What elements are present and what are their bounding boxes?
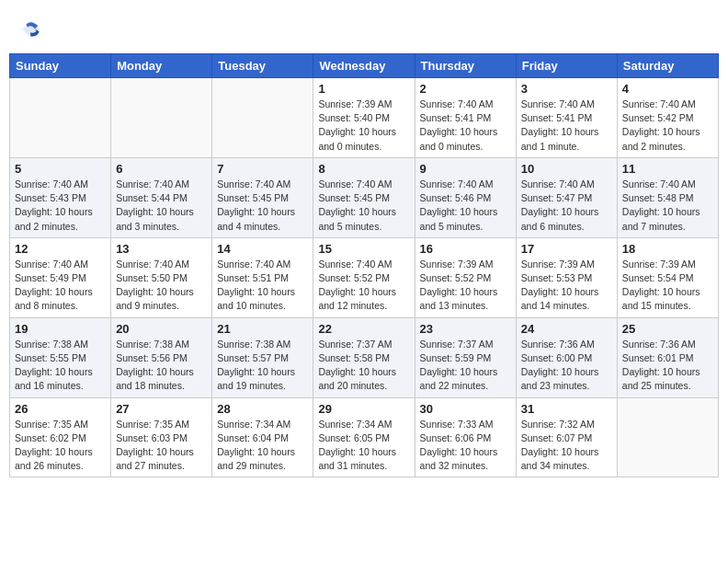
calendar-week-4: 19Sunrise: 7:38 AM Sunset: 5:55 PM Dayli… [10,317,719,397]
day-info: Sunrise: 7:40 AM Sunset: 5:49 PM Dayligh… [15,258,106,314]
day-number: 20 [116,322,207,336]
calendar-cell: 28Sunrise: 7:34 AM Sunset: 6:04 PM Dayli… [212,397,313,477]
calendar-cell: 13Sunrise: 7:40 AM Sunset: 5:50 PM Dayli… [111,237,212,317]
day-number: 24 [521,322,612,336]
day-number: 12 [15,242,106,256]
day-info: Sunrise: 7:33 AM Sunset: 6:06 PM Dayligh… [420,418,511,474]
calendar-week-5: 26Sunrise: 7:35 AM Sunset: 6:02 PM Dayli… [10,397,719,477]
calendar-cell: 2Sunrise: 7:40 AM Sunset: 5:41 PM Daylig… [415,78,516,158]
calendar-cell: 25Sunrise: 7:36 AM Sunset: 6:01 PM Dayli… [617,317,718,397]
day-info: Sunrise: 7:37 AM Sunset: 5:59 PM Dayligh… [420,338,511,394]
calendar-cell: 12Sunrise: 7:40 AM Sunset: 5:49 PM Dayli… [10,237,111,317]
calendar-cell [212,78,313,158]
logo [18,18,42,44]
calendar-cell: 26Sunrise: 7:35 AM Sunset: 6:02 PM Dayli… [10,397,111,477]
day-number: 18 [622,242,713,256]
calendar-week-2: 5Sunrise: 7:40 AM Sunset: 5:43 PM Daylig… [10,157,719,237]
calendar-cell: 4Sunrise: 7:40 AM Sunset: 5:42 PM Daylig… [617,78,718,158]
calendar-cell [10,78,111,158]
calendar-cell: 21Sunrise: 7:38 AM Sunset: 5:57 PM Dayli… [212,317,313,397]
day-number: 29 [318,402,409,416]
day-number: 23 [420,322,511,336]
calendar-cell: 10Sunrise: 7:40 AM Sunset: 5:47 PM Dayli… [516,157,617,237]
day-info: Sunrise: 7:37 AM Sunset: 5:58 PM Dayligh… [318,338,409,394]
day-number: 6 [116,162,207,176]
calendar-cell: 7Sunrise: 7:40 AM Sunset: 5:45 PM Daylig… [212,157,313,237]
day-number: 25 [622,322,713,336]
day-number: 15 [318,242,409,256]
day-number: 13 [116,242,207,256]
calendar-cell: 24Sunrise: 7:36 AM Sunset: 6:00 PM Dayli… [516,317,617,397]
day-number: 17 [521,242,612,256]
calendar-cell: 29Sunrise: 7:34 AM Sunset: 6:05 PM Dayli… [313,397,415,477]
day-info: Sunrise: 7:40 AM Sunset: 5:47 PM Dayligh… [521,178,612,234]
weekday-header-row: SundayMondayTuesdayWednesdayThursdayFrid… [10,54,719,78]
day-info: Sunrise: 7:40 AM Sunset: 5:42 PM Dayligh… [622,98,713,154]
day-number: 27 [116,402,207,416]
weekday-header-friday: Friday [516,54,617,78]
day-number: 31 [521,402,612,416]
calendar-cell: 6Sunrise: 7:40 AM Sunset: 5:44 PM Daylig… [111,157,212,237]
day-info: Sunrise: 7:40 AM Sunset: 5:46 PM Dayligh… [420,178,511,234]
day-info: Sunrise: 7:35 AM Sunset: 6:03 PM Dayligh… [116,418,207,474]
day-number: 14 [217,242,308,256]
day-number: 28 [217,402,308,416]
day-number: 16 [420,242,511,256]
calendar-cell: 19Sunrise: 7:38 AM Sunset: 5:55 PM Dayli… [10,317,111,397]
weekday-header-wednesday: Wednesday [313,54,415,78]
calendar-cell: 22Sunrise: 7:37 AM Sunset: 5:58 PM Dayli… [313,317,415,397]
calendar-cell: 3Sunrise: 7:40 AM Sunset: 5:41 PM Daylig… [516,78,617,158]
day-info: Sunrise: 7:40 AM Sunset: 5:50 PM Dayligh… [116,258,207,314]
day-info: Sunrise: 7:40 AM Sunset: 5:52 PM Dayligh… [318,258,409,314]
weekday-header-tuesday: Tuesday [212,54,313,78]
calendar-cell: 14Sunrise: 7:40 AM Sunset: 5:51 PM Dayli… [212,237,313,317]
calendar-cell: 23Sunrise: 7:37 AM Sunset: 5:59 PM Dayli… [415,317,516,397]
logo-icon [20,18,42,40]
calendar-cell [111,78,212,158]
calendar-body: 1Sunrise: 7:39 AM Sunset: 5:40 PM Daylig… [10,78,719,477]
calendar-cell: 16Sunrise: 7:39 AM Sunset: 5:52 PM Dayli… [415,237,516,317]
day-number: 21 [217,322,308,336]
day-info: Sunrise: 7:40 AM Sunset: 5:41 PM Dayligh… [420,98,511,154]
day-info: Sunrise: 7:39 AM Sunset: 5:52 PM Dayligh… [420,258,511,314]
day-info: Sunrise: 7:40 AM Sunset: 5:44 PM Dayligh… [116,178,207,234]
day-info: Sunrise: 7:32 AM Sunset: 6:07 PM Dayligh… [521,418,612,474]
day-info: Sunrise: 7:40 AM Sunset: 5:45 PM Dayligh… [318,178,409,234]
day-info: Sunrise: 7:40 AM Sunset: 5:45 PM Dayligh… [217,178,308,234]
weekday-header-sunday: Sunday [10,54,111,78]
calendar-week-3: 12Sunrise: 7:40 AM Sunset: 5:49 PM Dayli… [10,237,719,317]
day-number: 4 [622,82,713,96]
day-info: Sunrise: 7:38 AM Sunset: 5:56 PM Dayligh… [116,338,207,394]
day-info: Sunrise: 7:40 AM Sunset: 5:43 PM Dayligh… [15,178,106,234]
day-info: Sunrise: 7:34 AM Sunset: 6:04 PM Dayligh… [217,418,308,474]
day-number: 3 [521,82,612,96]
day-info: Sunrise: 7:39 AM Sunset: 5:54 PM Dayligh… [622,258,713,314]
weekday-header-monday: Monday [111,54,212,78]
day-number: 9 [420,162,511,176]
day-info: Sunrise: 7:36 AM Sunset: 6:01 PM Dayligh… [622,338,713,394]
day-info: Sunrise: 7:40 AM Sunset: 5:51 PM Dayligh… [217,258,308,314]
day-info: Sunrise: 7:38 AM Sunset: 5:55 PM Dayligh… [15,338,106,394]
day-number: 10 [521,162,612,176]
day-info: Sunrise: 7:40 AM Sunset: 5:48 PM Dayligh… [622,178,713,234]
calendar-cell: 11Sunrise: 7:40 AM Sunset: 5:48 PM Dayli… [617,157,718,237]
day-number: 22 [318,322,409,336]
day-number: 1 [318,82,409,96]
calendar-cell: 1Sunrise: 7:39 AM Sunset: 5:40 PM Daylig… [313,78,415,158]
page-header [9,9,719,49]
day-info: Sunrise: 7:34 AM Sunset: 6:05 PM Dayligh… [318,418,409,474]
calendar-cell: 8Sunrise: 7:40 AM Sunset: 5:45 PM Daylig… [313,157,415,237]
day-info: Sunrise: 7:39 AM Sunset: 5:53 PM Dayligh… [521,258,612,314]
day-number: 8 [318,162,409,176]
day-number: 19 [15,322,106,336]
day-info: Sunrise: 7:39 AM Sunset: 5:40 PM Dayligh… [318,98,409,154]
calendar-cell: 18Sunrise: 7:39 AM Sunset: 5:54 PM Dayli… [617,237,718,317]
day-number: 26 [15,402,106,416]
day-info: Sunrise: 7:35 AM Sunset: 6:02 PM Dayligh… [15,418,106,474]
calendar-cell: 5Sunrise: 7:40 AM Sunset: 5:43 PM Daylig… [10,157,111,237]
calendar-cell: 27Sunrise: 7:35 AM Sunset: 6:03 PM Dayli… [111,397,212,477]
calendar-cell: 17Sunrise: 7:39 AM Sunset: 5:53 PM Dayli… [516,237,617,317]
day-number: 2 [420,82,511,96]
day-info: Sunrise: 7:36 AM Sunset: 6:00 PM Dayligh… [521,338,612,394]
day-number: 7 [217,162,308,176]
